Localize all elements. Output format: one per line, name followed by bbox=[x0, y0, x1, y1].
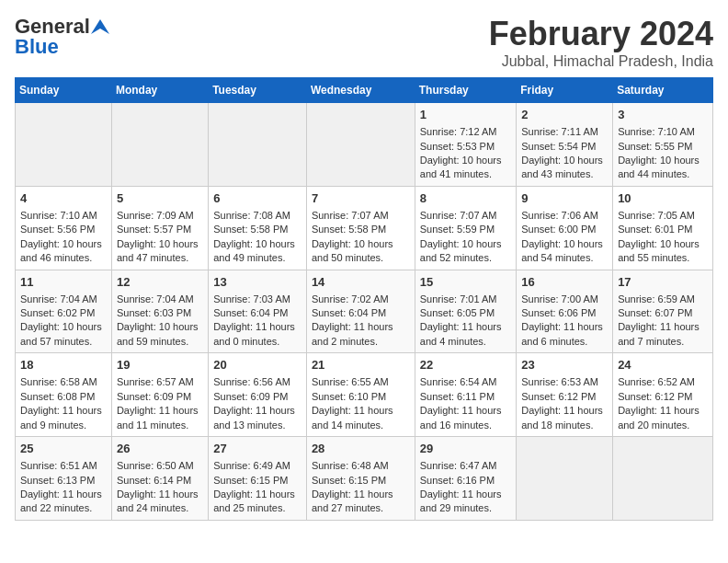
day-info: Sunset: 5:58 PM bbox=[213, 223, 301, 236]
day-info: Daylight: 10 hours and 57 minutes. bbox=[20, 320, 107, 349]
day-info: Daylight: 11 hours and 16 minutes. bbox=[420, 404, 511, 432]
day-info: Daylight: 11 hours and 27 minutes. bbox=[312, 488, 410, 516]
day-info: Daylight: 11 hours and 0 minutes. bbox=[213, 320, 301, 349]
day-number: 20 bbox=[213, 357, 301, 373]
day-number: 5 bbox=[117, 190, 203, 207]
day-info: Daylight: 10 hours and 46 minutes. bbox=[20, 237, 107, 266]
day-info: Sunrise: 7:12 AM bbox=[420, 125, 511, 139]
day-info: Daylight: 11 hours and 22 minutes. bbox=[20, 488, 107, 516]
day-info: Sunset: 6:09 PM bbox=[213, 390, 301, 404]
week-row-2: 4Sunrise: 7:10 AMSunset: 5:56 PMDaylight… bbox=[16, 186, 713, 270]
day-info: Sunset: 6:12 PM bbox=[618, 390, 708, 404]
day-number: 13 bbox=[213, 274, 301, 291]
day-info: Sunrise: 6:48 AM bbox=[312, 459, 410, 473]
day-info: Daylight: 11 hours and 9 minutes. bbox=[20, 404, 107, 432]
header-cell-monday: Monday bbox=[111, 78, 208, 103]
day-info: Daylight: 10 hours and 50 minutes. bbox=[312, 237, 410, 266]
day-info: Sunrise: 7:04 AM bbox=[117, 293, 203, 306]
day-number: 12 bbox=[117, 274, 203, 291]
calendar-cell: 29Sunrise: 6:47 AMSunset: 6:16 PMDayligh… bbox=[415, 437, 516, 521]
day-info: Sunset: 6:11 PM bbox=[420, 390, 511, 404]
header-cell-thursday: Thursday bbox=[415, 78, 516, 103]
day-info: Sunrise: 6:57 AM bbox=[117, 375, 203, 389]
day-info: Sunset: 6:04 PM bbox=[213, 306, 301, 320]
calendar-cell: 23Sunrise: 6:53 AMSunset: 6:12 PMDayligh… bbox=[517, 353, 613, 437]
day-info: Sunrise: 7:01 AM bbox=[420, 293, 511, 306]
calendar-title: February 2024 bbox=[489, 15, 713, 53]
day-info: Daylight: 11 hours and 13 minutes. bbox=[213, 404, 301, 432]
calendar-cell: 26Sunrise: 6:50 AMSunset: 6:14 PMDayligh… bbox=[111, 437, 208, 521]
calendar-cell: 12Sunrise: 7:04 AMSunset: 6:03 PMDayligh… bbox=[111, 270, 208, 353]
calendar-cell: 8Sunrise: 7:07 AMSunset: 5:59 PMDaylight… bbox=[415, 186, 516, 270]
day-info: Sunset: 5:55 PM bbox=[618, 140, 708, 154]
day-number: 11 bbox=[20, 274, 107, 291]
day-number: 1 bbox=[420, 107, 511, 123]
day-info: Sunset: 6:05 PM bbox=[420, 306, 511, 320]
calendar-cell bbox=[209, 103, 307, 187]
day-info: Daylight: 10 hours and 52 minutes. bbox=[420, 237, 511, 266]
day-number: 27 bbox=[213, 441, 301, 457]
day-info: Daylight: 10 hours and 44 minutes. bbox=[618, 154, 708, 182]
calendar-cell bbox=[306, 103, 415, 187]
day-info: Sunrise: 7:07 AM bbox=[312, 209, 410, 223]
day-info: Sunset: 6:09 PM bbox=[117, 390, 203, 404]
calendar-cell: 13Sunrise: 7:03 AMSunset: 6:04 PMDayligh… bbox=[209, 270, 307, 353]
day-info: Sunset: 5:58 PM bbox=[312, 223, 410, 236]
calendar-cell bbox=[613, 437, 713, 521]
day-info: Daylight: 10 hours and 55 minutes. bbox=[618, 237, 708, 266]
day-number: 3 bbox=[618, 107, 708, 123]
day-number: 18 bbox=[20, 357, 107, 373]
day-info: Sunset: 6:15 PM bbox=[312, 474, 410, 488]
header-cell-wednesday: Wednesday bbox=[306, 78, 415, 103]
day-number: 25 bbox=[20, 441, 107, 457]
day-number: 10 bbox=[618, 190, 708, 207]
day-info: Sunrise: 7:07 AM bbox=[420, 209, 511, 223]
day-info: Sunrise: 7:05 AM bbox=[618, 209, 708, 223]
day-info: Sunset: 5:54 PM bbox=[521, 140, 608, 154]
svg-marker-0 bbox=[91, 19, 109, 34]
day-info: Sunrise: 7:09 AM bbox=[117, 209, 203, 223]
calendar-cell: 6Sunrise: 7:08 AMSunset: 5:58 PMDaylight… bbox=[209, 186, 307, 270]
calendar-cell: 24Sunrise: 6:52 AMSunset: 6:12 PMDayligh… bbox=[613, 353, 713, 437]
day-number: 14 bbox=[312, 274, 410, 291]
calendar-cell bbox=[111, 103, 208, 187]
day-number: 28 bbox=[312, 441, 410, 457]
day-number: 21 bbox=[312, 357, 410, 373]
day-number: 19 bbox=[117, 357, 203, 373]
day-info: Sunrise: 7:10 AM bbox=[618, 125, 708, 139]
day-info: Sunset: 6:00 PM bbox=[521, 223, 608, 236]
day-info: Sunset: 6:06 PM bbox=[521, 306, 608, 320]
day-info: Sunrise: 7:00 AM bbox=[521, 293, 608, 306]
day-info: Sunrise: 6:56 AM bbox=[213, 375, 301, 389]
day-info: Sunset: 6:01 PM bbox=[618, 223, 708, 236]
calendar-cell: 20Sunrise: 6:56 AMSunset: 6:09 PMDayligh… bbox=[209, 353, 307, 437]
calendar-table: SundayMondayTuesdayWednesdayThursdayFrid… bbox=[15, 77, 713, 521]
header-row: SundayMondayTuesdayWednesdayThursdayFrid… bbox=[16, 78, 713, 103]
day-info: Sunset: 6:04 PM bbox=[312, 306, 410, 320]
calendar-cell: 18Sunrise: 6:58 AMSunset: 6:08 PMDayligh… bbox=[16, 353, 112, 437]
day-info: Sunset: 6:16 PM bbox=[420, 474, 511, 488]
calendar-cell: 3Sunrise: 7:10 AMSunset: 5:55 PMDaylight… bbox=[613, 103, 713, 187]
day-info: Sunrise: 6:52 AM bbox=[618, 375, 708, 389]
day-info: Daylight: 11 hours and 24 minutes. bbox=[117, 488, 203, 516]
day-info: Sunrise: 6:58 AM bbox=[20, 375, 107, 389]
logo-bird-icon bbox=[91, 19, 109, 34]
calendar-header: SundayMondayTuesdayWednesdayThursdayFrid… bbox=[16, 78, 713, 103]
day-info: Sunset: 6:12 PM bbox=[521, 390, 608, 404]
day-info: Sunrise: 6:53 AM bbox=[521, 375, 608, 389]
day-info: Daylight: 11 hours and 29 minutes. bbox=[420, 488, 511, 516]
day-number: 8 bbox=[420, 190, 511, 207]
day-number: 26 bbox=[117, 441, 203, 457]
calendar-cell: 5Sunrise: 7:09 AMSunset: 5:57 PMDaylight… bbox=[111, 186, 208, 270]
header-cell-sunday: Sunday bbox=[16, 78, 112, 103]
header-cell-saturday: Saturday bbox=[613, 78, 713, 103]
day-info: Sunset: 5:57 PM bbox=[117, 223, 203, 236]
day-info: Daylight: 10 hours and 54 minutes. bbox=[521, 237, 608, 266]
calendar-body: 1Sunrise: 7:12 AMSunset: 5:53 PMDaylight… bbox=[16, 103, 713, 521]
day-info: Daylight: 11 hours and 6 minutes. bbox=[521, 320, 608, 349]
day-number: 7 bbox=[312, 190, 410, 207]
calendar-cell: 11Sunrise: 7:04 AMSunset: 6:02 PMDayligh… bbox=[16, 270, 112, 353]
day-info: Sunset: 5:56 PM bbox=[20, 223, 107, 236]
day-info: Sunrise: 6:54 AM bbox=[420, 375, 511, 389]
logo-blue: Blue bbox=[15, 35, 59, 59]
